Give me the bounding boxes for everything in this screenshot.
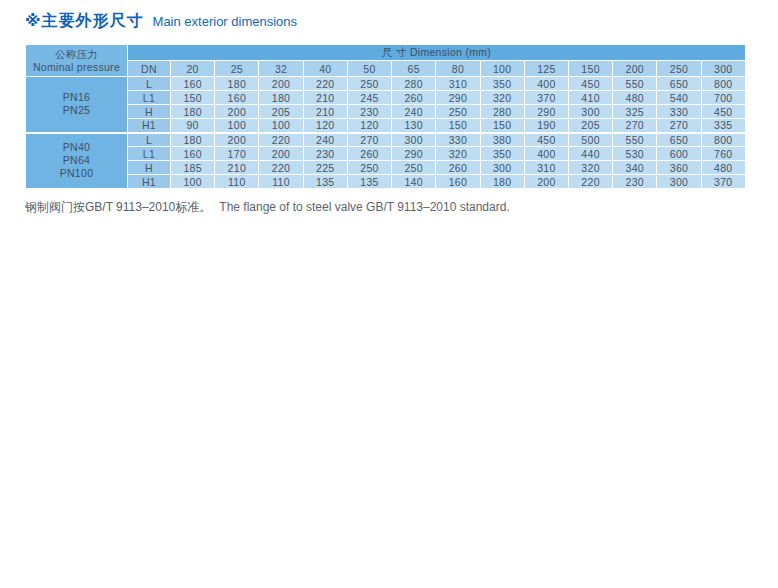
table-cell: 125	[524, 61, 568, 77]
table-cell: 25	[215, 61, 259, 77]
table-cell: 205	[259, 105, 303, 119]
table-cell: 400	[524, 147, 568, 161]
row-label-cell: L	[128, 77, 171, 91]
table-row: L1 1601702002302602903203504004405306007…	[26, 147, 746, 161]
table-cell: 260	[392, 91, 436, 105]
table-cell: 160	[436, 175, 480, 189]
table-cell: 160	[171, 77, 215, 91]
table-cell: 180	[259, 91, 303, 105]
table-cell: 700	[701, 91, 745, 105]
table-cell: 650	[657, 133, 701, 147]
table-cell: 335	[701, 119, 745, 133]
pressure-header-cell: 公称压力 Nominal pressure	[26, 45, 128, 77]
table-cell: 370	[524, 91, 568, 105]
table-cell: 800	[701, 77, 745, 91]
footnote-en: The flange of to steel valve GB/T 9113–2…	[219, 200, 509, 214]
table-cell: 200	[215, 133, 259, 147]
table-cell: 100	[259, 119, 303, 133]
table-cell: 32	[259, 61, 303, 77]
table-cell: 180	[171, 133, 215, 147]
table-cell: 280	[392, 77, 436, 91]
row-label-cell: H1	[128, 119, 171, 133]
table-cell: 300	[701, 61, 745, 77]
dimensions-table: 公称压力 Nominal pressure 尺 寸 Dimension (mm)…	[25, 44, 746, 189]
footnote-zh: 钢制阀门按GB/T 9113–2010标准。	[25, 200, 211, 214]
table-cell: 220	[568, 175, 612, 189]
table-cell: 250	[392, 161, 436, 175]
table-cell: 210	[215, 161, 259, 175]
table-cell: 120	[303, 119, 347, 133]
table-cell: 410	[568, 91, 612, 105]
table-cell: 230	[613, 175, 657, 189]
table-cell: 540	[657, 91, 701, 105]
table-cell: 240	[392, 105, 436, 119]
table-cell: 800	[701, 133, 745, 147]
table-cell: 330	[436, 133, 480, 147]
table-cell: 450	[524, 133, 568, 147]
table-cell: 350	[480, 147, 524, 161]
table-cell: 320	[568, 161, 612, 175]
row-label-cell: H	[128, 105, 171, 119]
table-cell: 150	[436, 119, 480, 133]
table-cell: 250	[347, 161, 391, 175]
table-cell: 180	[171, 105, 215, 119]
table-cell: 200	[524, 175, 568, 189]
table-cell: 180	[215, 77, 259, 91]
table-cell: 260	[347, 147, 391, 161]
table-row: L1 1501601802102452602903203704104805407…	[26, 91, 746, 105]
table-row: H 18020020521023024025028029030032533045…	[26, 105, 746, 119]
row-label-cell: L	[128, 133, 171, 147]
table-cell: 210	[303, 105, 347, 119]
table-cell: 350	[480, 77, 524, 91]
table-cell: 370	[701, 175, 745, 189]
dn-header-row: DN 20253240506580100125150200250300	[26, 61, 746, 77]
table-cell: 300	[568, 105, 612, 119]
table-cell: 200	[215, 105, 259, 119]
table-cell: 310	[436, 77, 480, 91]
table-cell: 160	[171, 147, 215, 161]
table-cell: 230	[303, 147, 347, 161]
table-cell: 250	[436, 105, 480, 119]
row-label-cell: H	[128, 161, 171, 175]
table-cell: 140	[392, 175, 436, 189]
table-cell: 220	[303, 77, 347, 91]
table-cell: 290	[524, 105, 568, 119]
table-cell: 200	[613, 61, 657, 77]
table-row: H 18521022022525025026030031032034036048…	[26, 161, 746, 175]
table-cell: 220	[259, 133, 303, 147]
table-cell: 130	[392, 119, 436, 133]
footnote: 钢制阀门按GB/T 9113–2010标准。The flange of to s…	[25, 199, 746, 216]
table-cell: 600	[657, 147, 701, 161]
table-cell: 120	[347, 119, 391, 133]
dn-label-cell: DN	[128, 61, 171, 77]
table-cell: 650	[657, 77, 701, 91]
table-cell: 330	[657, 105, 701, 119]
pressure-header-zh: 公称压力	[26, 48, 127, 61]
table-cell: 260	[436, 161, 480, 175]
table-cell: 180	[480, 175, 524, 189]
table-cell: 150	[568, 61, 612, 77]
section-title: ※主要外形尺寸Main exterior dimensions	[25, 11, 746, 37]
table-cell: 760	[701, 147, 745, 161]
table-cell: 200	[259, 77, 303, 91]
table-row: H1 1001101101351351401601802002202303003…	[26, 175, 746, 189]
table-cell: 135	[347, 175, 391, 189]
table-cell: 300	[657, 175, 701, 189]
table-cell: 65	[392, 61, 436, 77]
pressure-line: PN64	[26, 154, 127, 167]
table-header-row-1: 公称压力 Nominal pressure 尺 寸 Dimension (mm)	[26, 45, 746, 61]
table-cell: 225	[303, 161, 347, 175]
section-title-zh: ※主要外形尺寸	[25, 12, 144, 29]
table-cell: 360	[657, 161, 701, 175]
table-cell: 380	[480, 133, 524, 147]
pressure-line: PN40	[26, 141, 127, 154]
table-cell: 300	[392, 133, 436, 147]
table-cell: 50	[347, 61, 391, 77]
table-cell: 480	[613, 91, 657, 105]
table-cell: 230	[347, 105, 391, 119]
table-row: PN40 PN64 PN100 L 1802002202402703003303…	[26, 133, 746, 147]
table-cell: 100	[171, 175, 215, 189]
dimension-header-cell: 尺 寸 Dimension (mm)	[128, 45, 746, 61]
section-title-en: Main exterior dimensions	[153, 14, 298, 29]
table-cell: 550	[613, 133, 657, 147]
